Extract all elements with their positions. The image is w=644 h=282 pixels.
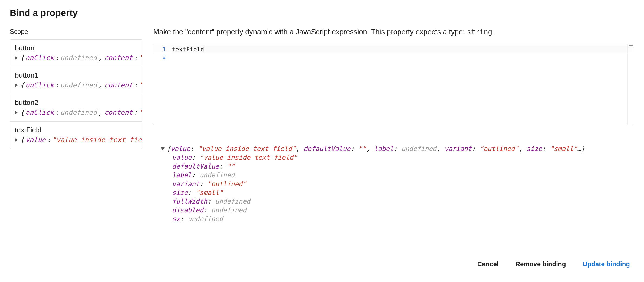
- evaluation-result: {value: "value inside text field", defau…: [161, 145, 634, 224]
- line-number: 2: [153, 53, 166, 61]
- scope-panel: Scope button{onClick: undefined, content…: [10, 28, 142, 149]
- dialog-title: Bind a property: [10, 8, 634, 18]
- binding-instruction: Make the "content" property dynamic with…: [153, 28, 634, 36]
- result-property-row: label: undefined: [172, 171, 634, 179]
- scope-item-preview: {onClick: undefined, content: ": [15, 109, 137, 116]
- chevron-right-icon[interactable]: [15, 111, 18, 114]
- scope-item-textField[interactable]: textField{value: "value inside text fiel…: [10, 122, 142, 149]
- scope-item-button2[interactable]: button2{onClick: undefined, content: ": [10, 94, 142, 122]
- minimap-thumb: [629, 45, 633, 46]
- scope-item-preview: {onClick: undefined, content: ": [15, 81, 137, 89]
- result-summary-row[interactable]: {value: "value inside text field", defau…: [161, 145, 634, 153]
- chevron-right-icon[interactable]: [15, 83, 18, 87]
- result-property-row: size: "small": [172, 188, 634, 197]
- dialog-body: Scope button{onClick: undefined, content…: [10, 28, 634, 224]
- scope-label: Scope: [10, 28, 142, 35]
- result-property-row: fullWidth: undefined: [172, 197, 634, 206]
- expected-type: string: [467, 28, 492, 36]
- instruction-post: .: [492, 28, 494, 36]
- editor-panel: Make the "content" property dynamic with…: [153, 28, 634, 224]
- result-property-row: variant: "outlined": [172, 180, 634, 188]
- text-cursor: [204, 47, 204, 53]
- editor-minimap[interactable]: [627, 44, 634, 125]
- editor-gutter: 1 2: [153, 44, 169, 125]
- result-property-row: sx: undefined: [172, 215, 634, 223]
- instruction-text: Make the "content" property dynamic with…: [153, 28, 467, 36]
- scope-list: button{onClick: undefined, content: "but…: [10, 39, 142, 149]
- cancel-button[interactable]: Cancel: [476, 258, 500, 270]
- scope-item-name: textField: [15, 126, 137, 134]
- result-property-row: defaultValue: "": [172, 162, 634, 171]
- scope-item-preview: {onClick: undefined, content: ": [15, 54, 137, 62]
- scope-item-name: button2: [15, 99, 137, 107]
- scope-item-button1[interactable]: button1{onClick: undefined, content: ": [10, 67, 142, 94]
- update-binding-button[interactable]: Update binding: [581, 258, 631, 270]
- result-property-row: disabled: undefined: [172, 206, 634, 215]
- chevron-right-icon[interactable]: [15, 138, 18, 142]
- chevron-right-icon[interactable]: [15, 56, 18, 60]
- scope-item-button[interactable]: button{onClick: undefined, content: ": [10, 40, 142, 67]
- scope-item-preview: {value: "value inside text field",: [15, 136, 137, 144]
- scope-item-name: button: [15, 44, 137, 52]
- dialog-actions: Cancel Remove binding Update binding: [476, 258, 631, 270]
- code-editor[interactable]: 1 2 textField: [153, 44, 634, 125]
- code-area[interactable]: textField: [169, 44, 627, 125]
- remove-binding-button[interactable]: Remove binding: [514, 258, 567, 270]
- result-property-row: value: "value inside text field": [172, 153, 634, 162]
- code-text: textField: [172, 46, 204, 53]
- result-summary: {value: "value inside text field", defau…: [167, 145, 585, 153]
- scope-item-name: button1: [15, 71, 137, 80]
- chevron-down-icon[interactable]: [161, 147, 165, 150]
- line-number: 1: [153, 46, 166, 53]
